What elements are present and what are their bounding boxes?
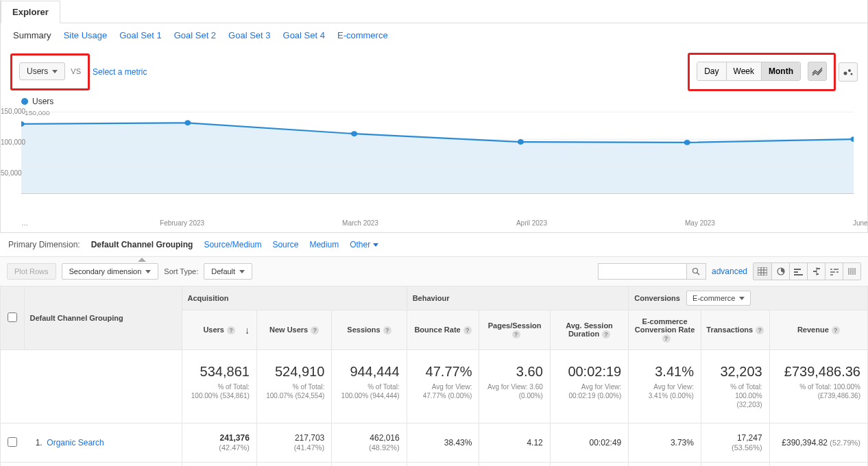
- granularity-week[interactable]: Week: [726, 62, 761, 80]
- view-pivot-icon[interactable]: [843, 263, 860, 280]
- line-chart-icon[interactable]: [808, 62, 827, 81]
- subnav-site-usage[interactable]: Site Usage: [64, 30, 108, 40]
- table-row: 1. Organic Search241,376 (42.47%)217,703…: [1, 424, 868, 463]
- svg-point-2: [851, 73, 853, 75]
- header-users[interactable]: Users↓: [182, 310, 256, 350]
- subnav-goal3[interactable]: Goal Set 3: [228, 30, 270, 40]
- row-link[interactable]: Organic Search: [47, 438, 104, 447]
- view-cloud-icon[interactable]: [825, 263, 843, 280]
- svg-rect-29: [817, 268, 820, 269]
- sort-type-label: Sort Type:: [164, 267, 198, 275]
- group-conversions: Conversions E-commerce: [629, 286, 868, 310]
- svg-line-18: [697, 273, 699, 275]
- tab-bar: Explorer: [1, 0, 867, 23]
- dim-source-medium[interactable]: Source/Medium: [204, 240, 261, 249]
- search-icon: [692, 267, 700, 275]
- svg-rect-19: [758, 267, 767, 275]
- svg-rect-31: [817, 273, 819, 275]
- view-table-icon[interactable]: [754, 263, 771, 280]
- svg-rect-30: [813, 271, 817, 272]
- row-index: 1.: [36, 438, 43, 447]
- sort-arrow-icon: ↓: [245, 325, 250, 336]
- metric-selector[interactable]: Users: [19, 62, 65, 80]
- search-input[interactable]: [598, 263, 687, 280]
- subnav-summary[interactable]: Summary: [13, 30, 51, 40]
- chart-legend-label: Users: [32, 97, 53, 106]
- svg-rect-27: [794, 274, 803, 275]
- granularity-month[interactable]: Month: [761, 62, 800, 80]
- svg-rect-26: [794, 271, 798, 273]
- row-checkbox[interactable]: [8, 437, 17, 447]
- view-pie-icon[interactable]: [771, 263, 789, 280]
- header-sessions[interactable]: Sessions: [332, 310, 407, 350]
- header-bounce-rate[interactable]: Bounce Rate: [407, 310, 479, 350]
- totals-row: 534,861% of Total: 100.00% (534,861) 524…: [1, 350, 868, 424]
- svg-point-13: [351, 131, 357, 136]
- sort-type-button[interactable]: Default: [204, 263, 252, 280]
- primary-dimension-active[interactable]: Default Channel Grouping: [91, 240, 193, 249]
- svg-point-12: [184, 120, 191, 125]
- primary-dimension-row: Primary Dimension: Default Channel Group…: [0, 233, 868, 256]
- svg-rect-25: [794, 269, 801, 270]
- view-comparison-icon[interactable]: [807, 263, 825, 280]
- conversions-select[interactable]: E-commerce: [686, 291, 751, 306]
- subnav-ecommerce[interactable]: E-commerce: [337, 30, 388, 40]
- svg-point-17: [693, 269, 698, 273]
- granularity-day[interactable]: Day: [697, 62, 725, 80]
- xtick-0: …: [21, 219, 22, 227]
- granularity-highlight-box: Day Week Month: [688, 53, 836, 91]
- ytick-label-150k: 150,000: [1, 108, 25, 115]
- xtick-4: May 2023: [685, 219, 715, 227]
- dim-medium[interactable]: Medium: [309, 240, 339, 249]
- caret-down-icon: [239, 270, 245, 273]
- table-controls: Plot Rows Secondary dimension Sort Type:…: [0, 256, 868, 286]
- caret-down-icon: [145, 270, 151, 273]
- view-bar-icon[interactable]: [789, 263, 807, 280]
- dim-source[interactable]: Source: [272, 240, 298, 249]
- vs-label: VS: [71, 67, 81, 75]
- subnav-goal4[interactable]: Goal Set 4: [283, 30, 325, 40]
- header-avg-duration[interactable]: Avg. Session Duration: [550, 310, 628, 350]
- header-transactions[interactable]: Transactions: [701, 310, 769, 350]
- ytick-label-100k: 100,000: [1, 138, 25, 146]
- legend-dot-icon: [21, 98, 28, 105]
- xtick-3: April 2023: [516, 219, 547, 227]
- dimension-header[interactable]: Default Channel Grouping: [24, 286, 182, 350]
- group-acquisition: Acquisition: [182, 286, 407, 310]
- metric-selector-label: Users: [27, 66, 48, 76]
- group-behaviour: Behaviour: [407, 286, 629, 310]
- select-all-checkbox[interactable]: [8, 312, 17, 322]
- svg-point-1: [848, 69, 851, 72]
- svg-point-14: [518, 139, 524, 145]
- table-row: 2. Direct174,936 (30.78%)170,775 (32.53%…: [1, 463, 868, 467]
- subnav-goal1[interactable]: Goal Set 1: [119, 30, 161, 40]
- sub-nav: Summary Site Usage Goal Set 1 Goal Set 2…: [1, 23, 867, 47]
- xtick-5: June…: [853, 219, 854, 227]
- primary-dimension-label: Primary Dimension:: [8, 240, 80, 249]
- secondary-dimension-button[interactable]: Secondary dimension: [62, 263, 159, 280]
- granularity-group: Day Week Month: [697, 62, 801, 81]
- caret-down-icon: [373, 243, 378, 247]
- advanced-link[interactable]: advanced: [712, 267, 747, 276]
- header-conv-rate[interactable]: E-commerce Conversion Rate: [629, 310, 701, 350]
- subnav-goal2[interactable]: Goal Set 2: [174, 30, 216, 40]
- xtick-1: February 2023: [160, 219, 204, 227]
- data-table: Default Channel Grouping Acquisition Beh…: [0, 286, 868, 466]
- search-button[interactable]: [687, 263, 706, 280]
- plot-rows-button: Plot Rows: [7, 263, 56, 280]
- motion-chart-icon[interactable]: [839, 62, 858, 82]
- caret-down-icon: [52, 70, 58, 73]
- tab-explorer[interactable]: Explorer: [1, 1, 60, 23]
- header-new-users[interactable]: New Users: [256, 310, 331, 350]
- xtick-2: March 2023: [342, 219, 378, 227]
- svg-point-15: [684, 140, 690, 145]
- svg-point-0: [844, 72, 847, 75]
- view-icons: [753, 262, 861, 280]
- header-pages-session[interactable]: Pages/Session: [479, 310, 550, 350]
- select-metric-link[interactable]: Select a metric: [93, 67, 147, 77]
- metric-highlight-box: Users VS: [10, 53, 90, 90]
- header-revenue[interactable]: Revenue: [769, 310, 867, 350]
- caret-down-icon: [739, 297, 745, 300]
- ytick-label-50k: 50,000: [1, 169, 22, 177]
- dim-other[interactable]: Other: [350, 240, 378, 249]
